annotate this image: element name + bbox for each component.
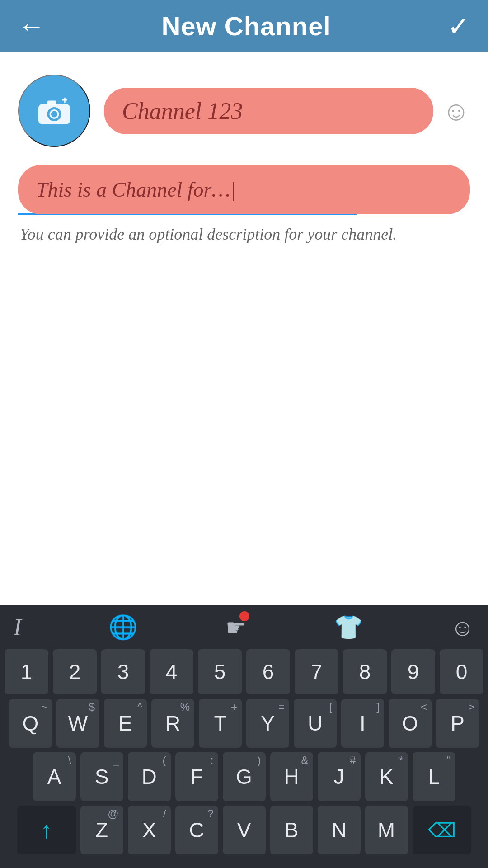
key-o[interactable]: <O bbox=[389, 699, 432, 748]
channel-name-field-wrap: ☺ bbox=[104, 88, 470, 134]
key-v[interactable]: V bbox=[223, 806, 266, 854]
backspace-key[interactable]: ⌫ bbox=[413, 806, 471, 854]
description-field-wrap bbox=[18, 165, 470, 215]
keyboard-emoji-icon[interactable]: ☺ bbox=[450, 614, 474, 641]
key-m[interactable]: M bbox=[365, 806, 408, 854]
key-7[interactable]: 7 bbox=[295, 649, 338, 694]
shift-key[interactable]: ↑ bbox=[17, 806, 76, 854]
key-t[interactable]: +T bbox=[199, 699, 242, 748]
asdf-row: \A _S (D :F )G &H #J *K "L bbox=[5, 752, 483, 801]
bottom-row: ↑ @Z /X ?C V B N M ⌫ bbox=[5, 806, 483, 854]
key-y[interactable]: =Y bbox=[246, 699, 289, 748]
keyboard-toolbar: I 🌐 ☛ 👕 ☺ bbox=[5, 613, 483, 649]
key-h[interactable]: &H bbox=[270, 752, 313, 801]
key-4[interactable]: 4 bbox=[150, 649, 193, 694]
key-s[interactable]: _S bbox=[80, 752, 123, 801]
keyboard-mic-dot bbox=[239, 611, 249, 621]
svg-text:+: + bbox=[62, 95, 68, 106]
qwerty-row: ~Q $W ^E %R +T =Y [U ]I <O >P bbox=[5, 699, 483, 748]
key-n[interactable]: N bbox=[318, 806, 361, 854]
svg-rect-3 bbox=[47, 101, 56, 105]
channel-name-row: + ☺ bbox=[18, 75, 470, 147]
key-k[interactable]: *K bbox=[365, 752, 408, 801]
content-area: + ☺ You can provide an optional descript… bbox=[0, 52, 488, 245]
emoji-picker-button[interactable]: ☺ bbox=[442, 95, 470, 127]
keyboard-shirt-icon[interactable]: 👕 bbox=[334, 613, 363, 641]
key-i[interactable]: ]I bbox=[341, 699, 384, 748]
key-x[interactable]: /X bbox=[128, 806, 171, 854]
key-e[interactable]: ^E bbox=[104, 699, 147, 748]
header: ← New Channel ✓ bbox=[0, 0, 488, 52]
key-u[interactable]: [U bbox=[294, 699, 337, 748]
key-r[interactable]: %R bbox=[151, 699, 194, 748]
key-b[interactable]: B bbox=[270, 806, 313, 854]
key-d[interactable]: (D bbox=[128, 752, 171, 801]
backspace-icon: ⌫ bbox=[428, 819, 456, 842]
key-p[interactable]: >P bbox=[436, 699, 479, 748]
key-c[interactable]: ?C bbox=[175, 806, 218, 854]
camera-add-button[interactable]: + bbox=[18, 75, 90, 147]
key-3[interactable]: 3 bbox=[101, 649, 145, 694]
key-q[interactable]: ~Q bbox=[9, 699, 52, 748]
keyboard-text-icon[interactable]: I bbox=[14, 614, 21, 641]
number-row: 1 2 3 4 5 6 7 8 9 0 bbox=[5, 649, 483, 694]
key-2[interactable]: 2 bbox=[53, 649, 97, 694]
key-5[interactable]: 5 bbox=[198, 649, 242, 694]
key-g[interactable]: )G bbox=[223, 752, 266, 801]
key-j[interactable]: #J bbox=[318, 752, 361, 801]
confirm-button[interactable]: ✓ bbox=[447, 10, 470, 42]
key-1[interactable]: 1 bbox=[5, 649, 48, 694]
key-6[interactable]: 6 bbox=[246, 649, 290, 694]
description-input[interactable] bbox=[18, 165, 470, 214]
key-a[interactable]: \A bbox=[33, 752, 76, 801]
shift-icon: ↑ bbox=[41, 816, 52, 844]
keyboard-mic-wrap[interactable]: ☛ bbox=[225, 614, 247, 641]
key-l[interactable]: "L bbox=[413, 752, 455, 801]
key-0[interactable]: 0 bbox=[440, 649, 483, 694]
key-w[interactable]: $W bbox=[56, 699, 99, 748]
description-hint: You can provide an optional description … bbox=[18, 223, 470, 245]
page-title: New Channel bbox=[161, 11, 331, 41]
camera-icon: + bbox=[36, 95, 72, 127]
keyboard: I 🌐 ☛ 👕 ☺ 1 2 3 4 5 6 7 8 9 0 ~Q $W ^E %… bbox=[0, 605, 488, 868]
back-button[interactable]: ← bbox=[18, 10, 45, 42]
key-8[interactable]: 8 bbox=[343, 649, 387, 694]
channel-name-input[interactable] bbox=[104, 88, 433, 134]
key-9[interactable]: 9 bbox=[391, 649, 435, 694]
key-f[interactable]: :F bbox=[175, 752, 218, 801]
svg-point-2 bbox=[51, 111, 57, 118]
keyboard-globe-icon[interactable]: 🌐 bbox=[108, 613, 138, 641]
key-z[interactable]: @Z bbox=[80, 806, 123, 854]
